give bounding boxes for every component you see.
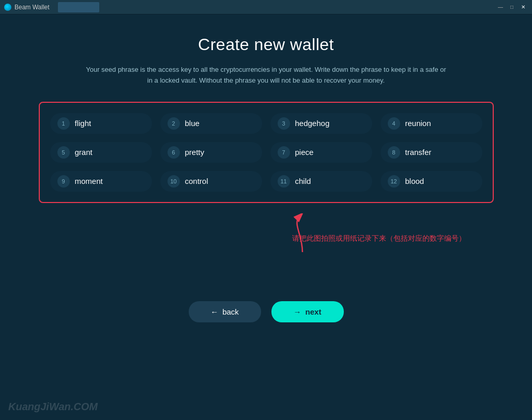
seed-item: 10control bbox=[160, 171, 262, 192]
seed-word: moment bbox=[75, 177, 103, 185]
main-content: Create new wallet Your seed phrase is th… bbox=[0, 14, 532, 420]
seed-word: grant bbox=[75, 148, 93, 157]
title-bar: Beam Wallet — □ ✕ bbox=[0, 0, 532, 14]
seed-item: 7piece bbox=[270, 142, 372, 163]
seed-number: 12 bbox=[388, 175, 400, 188]
seed-number: 2 bbox=[168, 117, 180, 130]
window-controls: — □ ✕ bbox=[496, 4, 528, 11]
window-thumbnail bbox=[58, 2, 99, 12]
minimize-button[interactable]: — bbox=[496, 4, 505, 11]
back-button[interactable]: ← back bbox=[189, 301, 261, 322]
seed-word: blood bbox=[405, 177, 424, 185]
seed-item: 2blue bbox=[160, 113, 262, 134]
annotation-text: 请把此图拍照或用纸记录下来（包括对应的数字编号） bbox=[292, 234, 466, 243]
next-arrow-icon: → bbox=[294, 307, 301, 316]
next-button[interactable]: → next bbox=[271, 301, 344, 322]
seed-word: blue bbox=[185, 119, 200, 128]
seed-word: control bbox=[185, 177, 208, 185]
seed-item: 8transfer bbox=[381, 142, 482, 163]
annotation-area: 请把此图拍照或用纸记录下来（包括对应的数字编号） bbox=[39, 219, 494, 260]
seed-number: 11 bbox=[278, 175, 290, 188]
button-row: ← back → next bbox=[189, 301, 344, 322]
page-description: Your seed phrase is the access key to al… bbox=[85, 65, 447, 86]
seed-item: 5grant bbox=[50, 142, 152, 163]
seed-word: transfer bbox=[405, 148, 432, 157]
seed-number: 6 bbox=[168, 146, 180, 159]
page-title: Create new wallet bbox=[198, 35, 334, 54]
seed-number: 1 bbox=[57, 117, 70, 130]
maximize-button[interactable]: □ bbox=[507, 4, 516, 11]
seed-item: 6pretty bbox=[160, 142, 262, 163]
seed-number: 8 bbox=[388, 146, 400, 159]
seed-word: child bbox=[295, 177, 311, 185]
seed-word: pretty bbox=[185, 148, 205, 157]
seed-item: 9moment bbox=[50, 171, 152, 192]
next-label: next bbox=[306, 307, 322, 316]
seed-number: 10 bbox=[168, 175, 180, 188]
seed-number: 9 bbox=[57, 175, 70, 188]
seed-phrase-box: 1flight2blue3hedgehog4reunion5grant6pret… bbox=[39, 102, 494, 203]
back-arrow-icon: ← bbox=[210, 307, 218, 316]
seed-grid: 1flight2blue3hedgehog4reunion5grant6pret… bbox=[50, 113, 482, 192]
close-button[interactable]: ✕ bbox=[519, 4, 528, 11]
seed-item: 11child bbox=[270, 171, 372, 192]
watermark: KuangJiWan.COM bbox=[8, 401, 98, 413]
seed-word: reunion bbox=[405, 119, 431, 128]
seed-number: 7 bbox=[278, 146, 290, 159]
app-title: Beam Wallet bbox=[14, 4, 50, 11]
seed-number: 4 bbox=[388, 117, 400, 130]
seed-number: 3 bbox=[278, 117, 290, 130]
seed-item: 1flight bbox=[50, 113, 152, 134]
seed-item: 4reunion bbox=[381, 113, 482, 134]
seed-word: hedgehog bbox=[295, 119, 330, 128]
seed-word: piece bbox=[295, 148, 314, 157]
app-icon bbox=[4, 4, 11, 11]
title-bar-left: Beam Wallet bbox=[4, 2, 99, 12]
seed-number: 5 bbox=[57, 146, 70, 159]
seed-item: 12blood bbox=[381, 171, 482, 192]
back-label: back bbox=[222, 307, 239, 316]
seed-word: flight bbox=[75, 119, 92, 128]
seed-item: 3hedgehog bbox=[270, 113, 372, 134]
